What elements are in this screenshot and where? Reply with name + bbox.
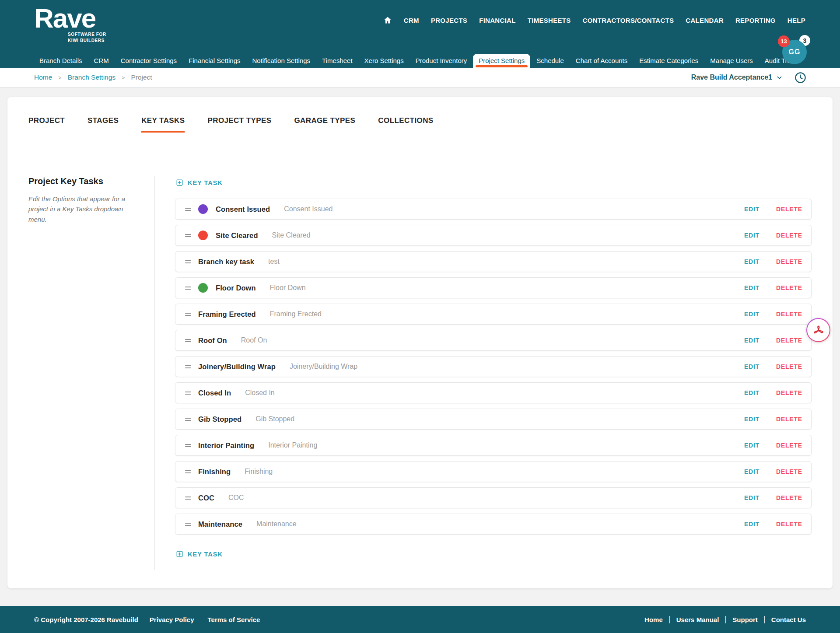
add-key-task-button-bottom[interactable]: KEY TASK — [176, 550, 223, 558]
footer-link-support[interactable]: Support — [732, 616, 758, 623]
subnav-product-inventory[interactable]: Product Inventory — [416, 54, 467, 68]
app-header: Rave SOFTWARE FOR KIWI BUILDERS CRMPROJE… — [0, 0, 840, 68]
nav-crm[interactable]: CRM — [404, 17, 419, 24]
breadcrumb-home[interactable]: Home — [34, 73, 52, 81]
drag-handle-icon[interactable] — [185, 523, 191, 526]
footer-divider — [201, 616, 201, 623]
drag-handle-icon[interactable] — [185, 392, 191, 395]
delete-button[interactable]: DELETE — [776, 337, 802, 344]
subnav-financial-settings[interactable]: Financial Settings — [189, 54, 240, 68]
notification-badge[interactable]: 13 — [778, 35, 790, 47]
task-name: Gib Stopped — [198, 415, 242, 423]
subnav-project-settings[interactable]: Project Settings — [473, 54, 530, 68]
nav-projects[interactable]: PROJECTS — [431, 17, 467, 24]
subnav-estimate-categories[interactable]: Estimate Categories — [639, 54, 698, 68]
task-name: Interior Painting — [198, 441, 254, 450]
drag-handle-icon[interactable] — [185, 497, 191, 500]
footer-link-contact-us[interactable]: Contact Us — [771, 616, 806, 623]
footer-link-home[interactable]: Home — [644, 616, 663, 623]
subnav-branch-details[interactable]: Branch Details — [39, 54, 82, 68]
delete-button[interactable]: DELETE — [776, 284, 802, 291]
drag-handle-icon[interactable] — [185, 260, 191, 263]
nav-financial[interactable]: FINANCIAL — [479, 17, 516, 24]
task-color-dot — [198, 283, 208, 293]
footer-link-users-manual[interactable]: Users Manual — [676, 616, 719, 623]
tab-project[interactable]: PROJECT — [28, 116, 65, 133]
edit-button[interactable]: EDIT — [744, 232, 760, 239]
delete-button[interactable]: DELETE — [776, 363, 802, 370]
delete-button[interactable]: DELETE — [776, 232, 802, 239]
delete-button[interactable]: DELETE — [776, 521, 802, 528]
subnav-chart-of-accounts[interactable]: Chart of Accounts — [576, 54, 627, 68]
breadcrumb-separator: > — [122, 74, 125, 81]
task-name: Site Cleared — [216, 231, 258, 240]
nav-contractors-contacts[interactable]: CONTRACTORS/CONTACTS — [583, 17, 674, 24]
subnav-schedule[interactable]: Schedule — [536, 54, 564, 68]
drag-handle-icon[interactable] — [185, 313, 191, 316]
key-task-row: Maintenance Maintenance EDIT DELETE — [175, 514, 812, 535]
user-avatar[interactable]: 3 GG 13 — [782, 40, 807, 64]
drag-handle-icon[interactable] — [185, 418, 191, 421]
delete-button[interactable]: DELETE — [776, 494, 802, 501]
subnav-timesheet[interactable]: Timesheet — [322, 54, 352, 68]
nav-reporting[interactable]: REPORTING — [735, 17, 776, 24]
edit-button[interactable]: EDIT — [744, 468, 760, 475]
subnav-crm[interactable]: CRM — [94, 54, 109, 68]
edit-button[interactable]: EDIT — [744, 258, 760, 265]
delete-button[interactable]: DELETE — [776, 311, 802, 318]
edit-button[interactable]: EDIT — [744, 494, 760, 501]
subnav-contractor-settings[interactable]: Contractor Settings — [121, 54, 177, 68]
drag-handle-icon[interactable] — [185, 339, 191, 342]
edit-button[interactable]: EDIT — [744, 363, 760, 370]
branch-selector-label: Rave Build Acceptance1 — [691, 73, 772, 81]
edit-button[interactable]: EDIT — [744, 442, 760, 449]
add-box-icon — [176, 179, 183, 186]
nav-calendar[interactable]: CALENDAR — [686, 17, 724, 24]
app-logo: Rave SOFTWARE FOR KIWI BUILDERS — [34, 3, 106, 43]
delete-button[interactable]: DELETE — [776, 389, 802, 396]
edit-button[interactable]: EDIT — [744, 521, 760, 528]
history-clock-icon[interactable] — [794, 71, 807, 84]
breadcrumb-branch-settings[interactable]: Branch Settings — [68, 73, 116, 81]
tab-garage-types[interactable]: GARAGE TYPES — [294, 116, 355, 133]
nav-help[interactable]: HELP — [788, 17, 805, 24]
delete-button[interactable]: DELETE — [776, 206, 802, 213]
drag-handle-icon[interactable] — [185, 234, 191, 237]
task-description: COC — [228, 494, 244, 502]
edit-button[interactable]: EDIT — [744, 337, 760, 344]
footer-divider — [764, 616, 765, 623]
nav-timesheets[interactable]: TIMESHEETS — [528, 17, 571, 24]
branch-selector[interactable]: Rave Build Acceptance1 — [691, 73, 783, 81]
breadcrumb-project: Project — [131, 73, 152, 81]
edit-button[interactable]: EDIT — [744, 206, 760, 213]
footer-link-privacy-policy[interactable]: Privacy Policy — [150, 616, 194, 623]
add-key-task-button-top[interactable]: KEY TASK — [176, 179, 223, 186]
drag-handle-icon[interactable] — [185, 365, 191, 368]
subnav-notification-settings[interactable]: Notification Settings — [252, 54, 311, 68]
tab-key-tasks[interactable]: KEY TASKS — [141, 116, 185, 133]
delete-button[interactable]: DELETE — [776, 258, 802, 265]
home-icon[interactable] — [383, 16, 392, 24]
task-description: Site Cleared — [272, 231, 311, 239]
tab-project-types[interactable]: PROJECT TYPES — [207, 116, 271, 133]
drag-handle-icon[interactable] — [185, 470, 191, 473]
side-panel: Project Key Tasks Edit the Options that … — [28, 176, 155, 570]
tab-stages[interactable]: STAGES — [88, 116, 119, 133]
tab-collections[interactable]: COLLECTIONS — [378, 116, 433, 133]
subnav-manage-users[interactable]: Manage Users — [710, 54, 753, 68]
drag-handle-icon[interactable] — [185, 287, 191, 290]
delete-button[interactable]: DELETE — [776, 416, 802, 423]
task-description: test — [268, 258, 280, 266]
drag-handle-icon[interactable] — [185, 444, 191, 447]
delete-button[interactable]: DELETE — [776, 442, 802, 449]
edit-button[interactable]: EDIT — [744, 389, 760, 396]
delete-button[interactable]: DELETE — [776, 468, 802, 475]
edit-button[interactable]: EDIT — [744, 416, 760, 423]
drag-handle-icon[interactable] — [185, 208, 191, 211]
edit-button[interactable]: EDIT — [744, 311, 760, 318]
task-description: Framing Erected — [270, 310, 322, 318]
pdf-export-button[interactable] — [806, 318, 830, 342]
footer-link-terms-of-service[interactable]: Terms of Service — [208, 616, 260, 623]
subnav-xero-settings[interactable]: Xero Settings — [364, 54, 404, 68]
edit-button[interactable]: EDIT — [744, 284, 760, 291]
